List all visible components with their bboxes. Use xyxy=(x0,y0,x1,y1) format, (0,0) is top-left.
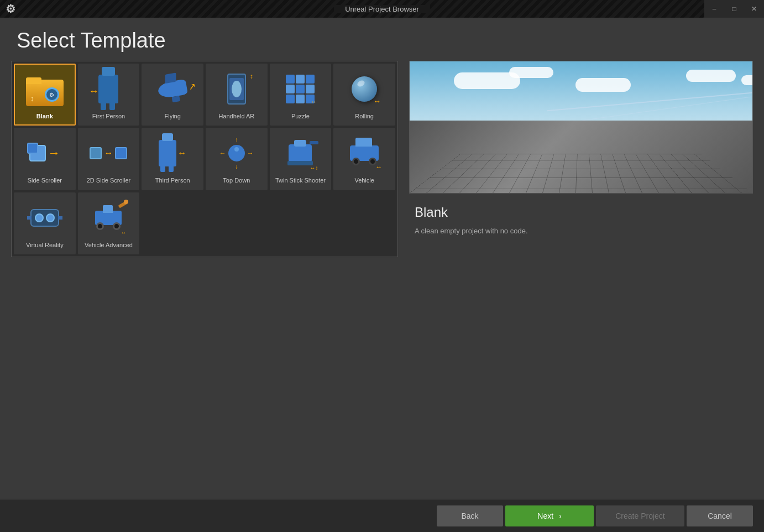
template-item-2d-side-scroller[interactable]: ↔ 2D Side Scroller xyxy=(78,128,140,190)
template-label-side-scroller: Side Scroller xyxy=(28,176,62,184)
twin-stick-shooter-template-icon: ↔↕ xyxy=(280,133,320,173)
page-title: Select Template xyxy=(0,18,764,61)
template-label-third-person: Third Person xyxy=(155,176,190,184)
template-item-vehicle-advanced[interactable]: ↔ Vehicle Advanced xyxy=(78,192,140,254)
content-area: ⚙ ↕ Blank xyxy=(0,61,764,532)
template-label-vehicle: Vehicle xyxy=(354,176,374,184)
vehicle-advanced-template-icon: ↔ xyxy=(88,198,128,238)
puzzle-template-icon: ↔ xyxy=(280,69,320,109)
close-button[interactable]: ✕ xyxy=(744,0,764,18)
maximize-button[interactable]: □ xyxy=(724,0,744,18)
template-label-handheld-ar: Handheld AR xyxy=(218,112,254,120)
preview-image xyxy=(409,61,753,194)
next-arrow-icon: › xyxy=(559,512,562,520)
template-label-blank: Blank xyxy=(36,112,53,120)
template-label-virtual-reality: Virtual Reality xyxy=(26,241,64,249)
template-item-flying[interactable]: ↗ Flying xyxy=(142,64,203,126)
template-label-flying: Flying xyxy=(164,112,180,120)
template-label-2d-side-scroller: 2D Side Scroller xyxy=(87,176,130,184)
template-grid-container: ⚙ ↕ Blank xyxy=(11,61,398,532)
ue-logo-icon: ⚙ xyxy=(6,2,19,15)
template-item-third-person[interactable]: ↔ Third Person xyxy=(142,128,203,190)
back-button[interactable]: Back xyxy=(437,505,503,526)
preview-panel: Blank A clean empty project with no code… xyxy=(409,61,753,532)
vehicle-template-icon: ↔ xyxy=(344,133,384,173)
window-title: Unreal Project Browser xyxy=(334,5,430,13)
template-item-virtual-reality[interactable]: Virtual Reality xyxy=(14,192,76,254)
blank-template-icon: ⚙ ↕ xyxy=(25,69,65,109)
handheld-ar-template-icon: ↕ xyxy=(217,69,257,109)
cancel-button[interactable]: Cancel xyxy=(687,505,753,526)
template-item-vehicle[interactable]: ↔ Vehicle xyxy=(333,128,395,190)
flying-template-icon: ↗ xyxy=(153,69,192,109)
template-label-twin-stick-shooter: Twin Stick Shooter xyxy=(275,176,326,184)
template-item-top-down[interactable]: ↑ ↓ ← → Top Down xyxy=(206,128,268,190)
template-item-side-scroller[interactable]: → Side Scroller xyxy=(14,128,76,190)
minimize-button[interactable]: – xyxy=(704,0,724,18)
template-label-puzzle: Puzzle xyxy=(291,112,310,120)
first-person-template-icon: ↔ xyxy=(88,69,128,109)
template-label-vehicle-advanced: Vehicle Advanced xyxy=(85,241,133,249)
template-item-blank[interactable]: ⚙ ↕ Blank xyxy=(14,64,76,126)
2d-side-scroller-template-icon: ↔ xyxy=(88,133,128,173)
preview-template-description: A clean empty project with no code. xyxy=(415,226,747,237)
template-item-rolling[interactable]: ↔ Rolling xyxy=(333,64,395,126)
bottom-bar: Back Next › Create Project Cancel xyxy=(0,499,764,532)
preview-info: Blank A clean empty project with no code… xyxy=(409,194,753,248)
rolling-template-icon: ↔ xyxy=(344,69,384,109)
template-item-twin-stick-shooter[interactable]: ↔↕ Twin Stick Shooter xyxy=(270,128,332,190)
titlebar: ⚙ Unreal Project Browser – □ ✕ xyxy=(0,0,764,18)
template-label-rolling: Rolling xyxy=(355,112,374,120)
template-label-top-down: Top Down xyxy=(223,176,250,184)
next-button[interactable]: Next › xyxy=(505,505,594,526)
virtual-reality-template-icon xyxy=(25,198,65,238)
template-item-handheld-ar[interactable]: ↕ Handheld AR xyxy=(206,64,268,126)
main-content: Select Template ⚙ xyxy=(0,18,764,532)
template-grid: ⚙ ↕ Blank xyxy=(11,61,398,257)
template-label-first-person: First Person xyxy=(92,112,125,120)
template-item-puzzle[interactable]: ↔ Puzzle xyxy=(270,64,332,126)
preview-ground xyxy=(410,121,752,193)
side-scroller-template-icon: → xyxy=(25,133,65,173)
create-project-button: Create Project xyxy=(596,505,684,526)
window-controls: – □ ✕ xyxy=(704,0,764,18)
preview-template-name: Blank xyxy=(415,205,747,220)
third-person-template-icon: ↔ xyxy=(153,133,192,173)
top-down-template-icon: ↑ ↓ ← → xyxy=(217,133,257,173)
template-item-first-person[interactable]: ↔ First Person xyxy=(78,64,140,126)
